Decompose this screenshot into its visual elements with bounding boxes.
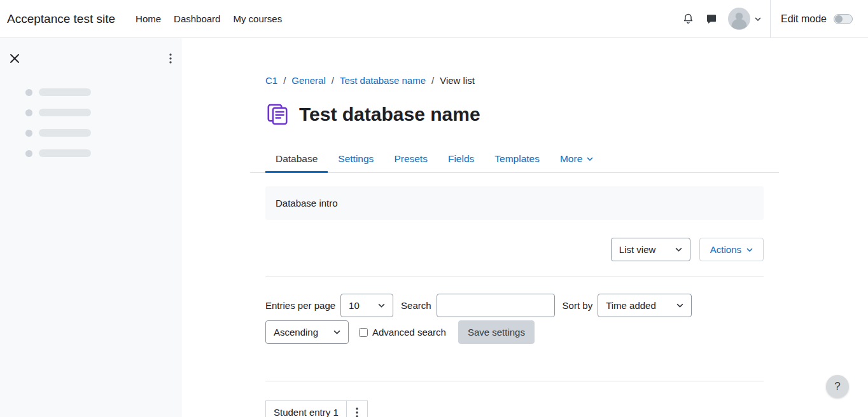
tab-fields[interactable]: Fields (438, 148, 484, 172)
help-button[interactable]: ? (826, 375, 849, 398)
divider (265, 381, 764, 381)
drawer-options-button[interactable] (168, 52, 173, 65)
navbar-left: Acceptance test site Home Dashboard My c… (0, 0, 288, 38)
close-icon (10, 54, 19, 63)
course-index-loading-list (0, 88, 181, 157)
tab-settings[interactable]: Settings (328, 148, 384, 172)
navbar-right: Edit mode (676, 0, 868, 38)
page-title: Test database name (299, 104, 480, 125)
filters-row-2: Ascending Advanced search Save settings (265, 320, 764, 344)
breadcrumb-item-activity[interactable]: Test database name (340, 75, 426, 86)
search-input[interactable] (437, 294, 555, 317)
intro-text: Database intro (276, 198, 338, 208)
nav-link-dashboard[interactable]: Dashboard (167, 0, 227, 38)
view-controls: List view Actions (265, 238, 764, 261)
user-menu-button[interactable] (728, 8, 761, 30)
skeleton-item (25, 88, 181, 96)
filters-row-1: Entries per page 10 Search Sort by Time … (265, 294, 764, 317)
search-label: Search (401, 300, 431, 311)
chevron-down-icon (755, 17, 761, 21)
skeleton-bar (39, 129, 91, 137)
chevron-down-icon (378, 303, 385, 308)
nav-link-my-courses[interactable]: My courses (227, 0, 288, 38)
navbar-divider (770, 0, 771, 38)
activity-intro: Database intro (265, 186, 764, 220)
advanced-search-group: Advanced search (359, 327, 446, 338)
skeleton-dot (25, 109, 32, 116)
page-content: C1 / General / Test database name / View… (265, 38, 764, 417)
skeleton-bar (39, 109, 91, 116)
actions-label: Actions (710, 244, 741, 255)
advanced-search-checkbox[interactable] (359, 328, 368, 337)
edit-mode-control: Edit mode (781, 13, 868, 25)
search-group: Search (401, 294, 555, 317)
notifications-button[interactable] (676, 8, 700, 29)
breadcrumb-item-course[interactable]: C1 (265, 75, 277, 86)
edit-mode-label: Edit mode (781, 13, 827, 25)
sort-by-label: Sort by (563, 300, 593, 311)
save-settings-button[interactable]: Save settings (458, 320, 535, 344)
site-name: Acceptance test site (0, 12, 129, 26)
breadcrumb: C1 / General / Test database name / View… (265, 75, 764, 86)
skeleton-bar (39, 149, 91, 157)
chevron-down-icon (587, 157, 593, 161)
tab-more[interactable]: More (550, 148, 603, 172)
entries-per-page-group: Entries per page 10 (265, 294, 393, 317)
divider (265, 277, 764, 277)
tab-presets[interactable]: Presets (384, 148, 438, 172)
drawer-header (0, 52, 181, 65)
entries-per-page-label: Entries per page (265, 300, 335, 311)
skeleton-bar (39, 88, 91, 96)
sort-by-value: Time added (606, 300, 656, 311)
view-mode-value: List view (619, 244, 656, 255)
kebab-menu-icon (169, 53, 172, 64)
skeleton-item (25, 109, 181, 116)
breadcrumb-item-current: View list (440, 75, 475, 86)
page-layout: C1 / General / Test database name / View… (0, 38, 868, 417)
kebab-menu-icon (356, 407, 358, 417)
avatar (728, 8, 750, 30)
nav-link-home[interactable]: Home (129, 0, 167, 38)
chat-icon (705, 13, 718, 25)
breadcrumb-separator: / (283, 75, 286, 86)
skeleton-dot (25, 130, 32, 137)
skeleton-dot (25, 150, 32, 157)
sort-by-select[interactable]: Time added (598, 294, 692, 317)
chevron-down-icon (675, 247, 682, 252)
entries-per-page-select[interactable]: 10 (340, 294, 393, 317)
breadcrumb-separator: / (431, 75, 434, 86)
main-region: C1 / General / Test database name / View… (181, 38, 868, 417)
messages-button[interactable] (700, 9, 723, 29)
tab-templates[interactable]: Templates (484, 148, 550, 172)
tab-more-label: More (560, 153, 582, 165)
close-drawer-button[interactable] (9, 53, 20, 64)
activity-tabs: Database Settings Presets Fields Templat… (250, 148, 779, 173)
course-index-drawer (0, 38, 181, 417)
chevron-down-icon (676, 303, 683, 308)
breadcrumb-item-section[interactable]: General (291, 75, 325, 86)
breadcrumb-separator: / (332, 75, 334, 86)
sort-by-group: Sort by Time added (563, 294, 692, 317)
view-mode-select[interactable]: List view (611, 238, 690, 261)
top-navbar: Acceptance test site Home Dashboard My c… (0, 0, 868, 38)
chevron-down-icon (333, 330, 340, 334)
entry-row: Student entry 1 (265, 400, 368, 417)
entry-actions-button[interactable] (347, 400, 368, 417)
skeleton-item (25, 149, 181, 157)
sort-order-select[interactable]: Ascending (265, 320, 349, 344)
bell-icon (682, 12, 695, 25)
advanced-search-label: Advanced search (372, 327, 446, 338)
edit-mode-toggle[interactable] (834, 14, 853, 24)
database-activity-icon (265, 102, 290, 126)
skeleton-dot (25, 89, 32, 96)
tab-database[interactable]: Database (265, 148, 328, 172)
actions-button[interactable]: Actions (699, 238, 764, 261)
page-title-row: Test database name (265, 102, 764, 126)
skeleton-item (25, 129, 181, 137)
entry-title-cell: Student entry 1 (265, 400, 347, 417)
chevron-down-icon (746, 248, 753, 252)
entries-per-page-value: 10 (349, 300, 360, 311)
sort-order-value: Ascending (274, 327, 318, 338)
